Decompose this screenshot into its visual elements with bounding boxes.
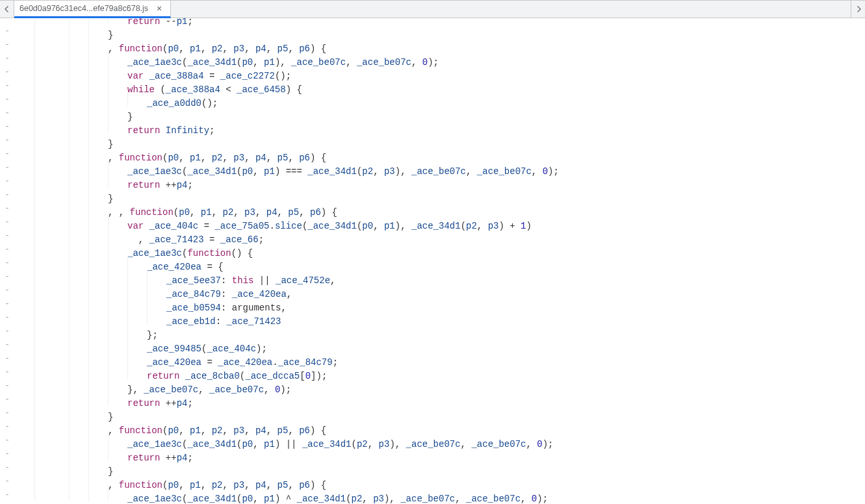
code-content[interactable]: , function(p0, p1, p2, p3, p4, p5, p6) { — [47, 38, 326, 51]
code-content[interactable]: while (_ace_388a4 < _ace_6458) { — [47, 79, 302, 92]
code-line[interactable]: -_ace_420ea = _ace_420ea._ace_84c79; — [0, 351, 865, 365]
fold-column — [35, 420, 47, 433]
tab-label: 6e0d0a976c31ec4...efe79a8c678.js — [19, 4, 148, 13]
code-line[interactable]: -}, _ace_be07c, _ace_be07c, 0); — [0, 379, 865, 392]
code-line[interactable]: -, function(p0, p1, p2, p3, p4, p5, p6) … — [0, 474, 865, 488]
diff-marker: - — [0, 310, 14, 324]
gutter — [14, 351, 35, 365]
gutter — [14, 229, 35, 242]
fold-column — [35, 351, 47, 365]
code-line[interactable]: -_ace_1ae3c(function() { — [0, 242, 865, 256]
tabbar-next-icon[interactable] — [851, 0, 865, 18]
fold-column — [35, 201, 47, 215]
code-line[interactable]: -_ace_420ea = { — [0, 256, 865, 270]
code-line[interactable]: -_ace_1ae3c(_ace_34d1(p0, p1) ^ _ace_34d… — [0, 488, 865, 501]
fold-column — [35, 447, 47, 460]
code-line[interactable]: -_ace_99485(_ace_404c); — [0, 338, 865, 351]
code-line[interactable]: -return --p1; — [0, 18, 865, 24]
code-content[interactable]: , function(p0, p1, p2, p3, p4, p5, p6) { — [47, 474, 326, 488]
code-content[interactable]: _ace_1ae3c(_ace_34d1(p0, p1) === _ace_34… — [47, 160, 559, 174]
code-line[interactable]: -_ace_1ae3c(_ace_34d1(p0, p1) || _ace_34… — [0, 433, 865, 447]
gutter — [14, 406, 35, 420]
gutter — [14, 283, 35, 297]
code-content[interactable]: return ++p4; — [47, 392, 193, 406]
code-content[interactable]: _ace_84c79: _ace_420ea, — [47, 283, 292, 297]
code-content[interactable]: return ++p4; — [47, 447, 193, 460]
code-content[interactable]: _ace_1ae3c(_ace_34d1(p0, p1) || _ace_34d… — [47, 433, 553, 447]
code-content[interactable]: _ace_1ae3c(function() { — [47, 242, 253, 256]
code-line[interactable]: -} — [0, 106, 865, 120]
code-line[interactable]: -_ace_b0594: arguments, — [0, 297, 865, 310]
code-content[interactable]: } — [47, 133, 113, 147]
code-content[interactable]: } — [47, 406, 113, 420]
code-content[interactable]: _ace_1ae3c(_ace_34d1(p0, p1) ^ _ace_34d1… — [47, 488, 548, 501]
code-content[interactable]: return ++p4; — [47, 174, 193, 188]
code-line[interactable]: -return _ace_8cba0(_ace_dcca5[0]); — [0, 365, 865, 379]
fold-column — [35, 392, 47, 406]
tab-active[interactable]: 6e0d0a976c31ec4...efe79a8c678.js × — [14, 1, 171, 18]
code-line[interactable]: -return ++p4; — [0, 392, 865, 406]
diff-marker: - — [0, 365, 14, 379]
diff-marker: - — [0, 460, 14, 474]
code-editor[interactable]: -return --p1;-}-, function(p0, p1, p2, p… — [0, 18, 865, 504]
code-content[interactable]: _ace_5ee37: this || _ace_4752e, — [47, 270, 335, 283]
gutter — [14, 147, 35, 160]
code-content[interactable]: }; — [47, 324, 158, 338]
fold-column — [35, 147, 47, 160]
code-line[interactable]: -_ace_84c79: _ace_420ea, — [0, 283, 865, 297]
code-content[interactable]: return Infinity; — [47, 120, 214, 133]
diff-marker: - — [0, 188, 14, 201]
code-line[interactable]: -}; — [0, 324, 865, 338]
diff-marker: - — [0, 174, 14, 188]
fold-column — [35, 24, 47, 38]
gutter — [14, 447, 35, 460]
code-line[interactable]: -_ace_1ae3c(_ace_34d1(p0, p1), _ace_be07… — [0, 51, 865, 65]
code-content[interactable]: _ace_b0594: arguments, — [47, 297, 287, 310]
gutter — [14, 18, 35, 24]
diff-marker: - — [0, 297, 14, 310]
code-line[interactable]: -, function(p0, p1, p2, p3, p4, p5, p6) … — [0, 38, 865, 51]
code-content[interactable]: , _ace_71423 = _ace_66; — [47, 229, 264, 242]
tabbar-prev-icon[interactable] — [0, 0, 14, 18]
diff-marker: - — [0, 283, 14, 297]
code-content[interactable]: _ace_420ea = { — [47, 256, 224, 270]
code-line[interactable]: -while (_ace_388a4 < _ace_6458) { — [0, 79, 865, 92]
code-line[interactable]: -, , function(p0, p1, p2, p3, p4, p5, p6… — [0, 201, 865, 215]
code-content[interactable]: } — [47, 24, 113, 38]
fold-column — [35, 92, 47, 106]
code-content[interactable]: , , function(p0, p1, p2, p3, p4, p5, p6)… — [47, 201, 337, 215]
code-content[interactable]: _ace_99485(_ace_404c); — [47, 338, 267, 351]
gutter — [14, 488, 35, 501]
code-content[interactable]: } — [47, 106, 133, 120]
code-content[interactable]: , function(p0, p1, p2, p3, p4, p5, p6) { — [47, 420, 326, 433]
diff-marker: - — [0, 351, 14, 365]
code-content[interactable]: , function(p0, p1, p2, p3, p4, p5, p6) { — [47, 147, 326, 160]
gutter — [14, 242, 35, 256]
code-content[interactable]: _ace_1ae3c(_ace_34d1(p0, p1), _ace_be07c… — [47, 51, 439, 65]
gutter — [14, 51, 35, 65]
code-line[interactable]: -_ace_5ee37: this || _ace_4752e, — [0, 270, 865, 283]
code-line[interactable]: -_ace_1ae3c(_ace_34d1(p0, p1) === _ace_3… — [0, 160, 865, 174]
code-line[interactable]: -_ace_eb1d: _ace_71423 — [0, 310, 865, 324]
code-content[interactable]: return --p1; — [47, 18, 193, 24]
code-line[interactable]: -return Infinity; — [0, 120, 865, 133]
code-content[interactable]: _ace_a0dd0(); — [47, 92, 218, 106]
code-content[interactable]: var _ace_388a4 = _ace_c2272(); — [47, 65, 291, 79]
code-content[interactable]: }, _ace_be07c, _ace_be07c, 0); — [47, 379, 291, 392]
fold-column — [35, 65, 47, 79]
code-line[interactable]: -, function(p0, p1, p2, p3, p4, p5, p6) … — [0, 420, 865, 433]
code-line[interactable]: -, function(p0, p1, p2, p3, p4, p5, p6) … — [0, 147, 865, 160]
code-line[interactable]: -var _ace_404c = _ace_75a05.slice(_ace_3… — [0, 215, 865, 229]
close-icon[interactable]: × — [155, 4, 164, 13]
code-content[interactable]: return _ace_8cba0(_ace_dcca5[0]); — [47, 365, 327, 379]
gutter — [14, 324, 35, 338]
code-content[interactable]: } — [47, 460, 113, 474]
code-content[interactable]: _ace_420ea = _ace_420ea._ace_84c79; — [47, 351, 338, 365]
diff-marker: - — [0, 79, 14, 92]
code-line[interactable]: -_ace_a0dd0(); — [0, 92, 865, 106]
gutter — [14, 297, 35, 310]
code-content[interactable]: var _ace_404c = _ace_75a05.slice(_ace_34… — [47, 215, 532, 229]
code-content[interactable]: _ace_eb1d: _ace_71423 — [47, 310, 281, 324]
diff-marker: - — [0, 447, 14, 460]
code-content[interactable]: } — [47, 188, 113, 201]
